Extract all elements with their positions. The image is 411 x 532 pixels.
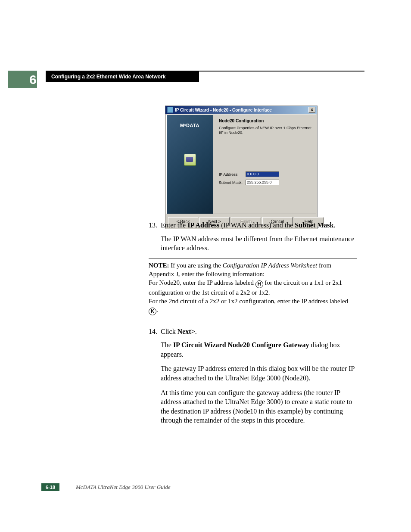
t: . xyxy=(156,306,158,313)
page-footer: 6-18 McDATA UltraNet Edge 3000 User Guid… xyxy=(41,483,171,491)
gateway-dialog-bold: IP Circuit Wizard Node20 Configure Gatew… xyxy=(173,341,309,348)
next-bold: Next> xyxy=(177,328,195,335)
config-desc: Configure Properties of NEW IP over 1 Gb… xyxy=(219,126,311,136)
chapter-number: 6 xyxy=(29,72,37,87)
note-label: NOTE: xyxy=(149,262,171,269)
step-14-p4: At this time you can configure the gatew… xyxy=(161,388,357,425)
brand-m: M xyxy=(180,123,184,128)
document-body: 13.Enter the IP Address (IP WAN address)… xyxy=(149,221,357,430)
dialog-titlebar[interactable]: IP Circuit Wizard - Node20 - Configure I… xyxy=(165,106,317,114)
ip-address-input[interactable]: 0.0.0.0 xyxy=(246,171,279,177)
config-title: Node20 Configuration xyxy=(219,118,311,123)
step-14: 14.Click Next>. xyxy=(149,327,357,336)
brand-data: DATA xyxy=(186,123,199,128)
page-number-badge: 6-18 xyxy=(41,483,59,491)
ip-address-bold: IP Address xyxy=(187,221,219,229)
wizard-graphic-icon xyxy=(184,154,196,166)
t: For Node20, enter the IP address labeled xyxy=(149,279,255,286)
step-13: 13.Enter the IP Address (IP WAN address)… xyxy=(149,221,357,230)
step-13-para2: The IP WAN address must be different fro… xyxy=(161,234,357,253)
app-icon xyxy=(167,107,173,113)
dialog-body: McDATA Node20 Configuration Configure Pr… xyxy=(166,115,316,214)
subnet-mask-input[interactable]: 255.255.255.0 xyxy=(246,180,279,185)
brand-c: c xyxy=(184,123,186,126)
subnet-mask-label: Subnet Mask: xyxy=(219,180,246,185)
section-header: Configuring a 2x2 Ethernet Wide Area Net… xyxy=(46,72,199,82)
ip-address-label: IP Address: xyxy=(219,172,246,177)
t: . xyxy=(195,328,197,335)
circled-k-icon: K xyxy=(149,308,156,315)
t: Click xyxy=(161,328,177,335)
dialog-title: IP Circuit Wizard - Node20 - Configure I… xyxy=(175,108,308,112)
ip-circuit-wizard-dialog: IP Circuit Wizard - Node20 - Configure I… xyxy=(165,106,318,229)
t: If you are using the xyxy=(171,262,222,269)
step-num-13: 13. xyxy=(149,221,161,230)
t: (IP WAN address) and the xyxy=(219,221,295,229)
t: . xyxy=(333,221,335,229)
worksheet-italic: Configuration IP Address Worksheet xyxy=(223,262,318,269)
brand-logo: McDATA xyxy=(167,123,213,128)
t: Enter the xyxy=(161,221,187,229)
t: For the 2nd circuit of a 2x2 or 1x2 conf… xyxy=(149,298,348,305)
step-14-p2: The IP Circuit Wizard Node20 Configure G… xyxy=(161,340,357,359)
note-block: NOTE: If you are using the Configuration… xyxy=(149,258,357,319)
circled-h-icon: H xyxy=(255,280,263,288)
dialog-main: Node20 Configuration Configure Propertie… xyxy=(213,115,316,214)
guide-title: McDATA UltraNet Edge 3000 User Guide xyxy=(76,484,171,491)
subnet-mask-bold: Subnet Mask xyxy=(295,221,333,229)
close-icon[interactable]: X xyxy=(308,107,315,113)
step-14-p3: The gateway IP address entered in this d… xyxy=(161,364,357,383)
step-num-14: 14. xyxy=(149,327,161,336)
wizard-side-panel: McDATA xyxy=(167,115,213,214)
t: The xyxy=(161,341,173,348)
section-header-text: Configuring a 2x2 Ethernet Wide Area Net… xyxy=(51,74,166,80)
